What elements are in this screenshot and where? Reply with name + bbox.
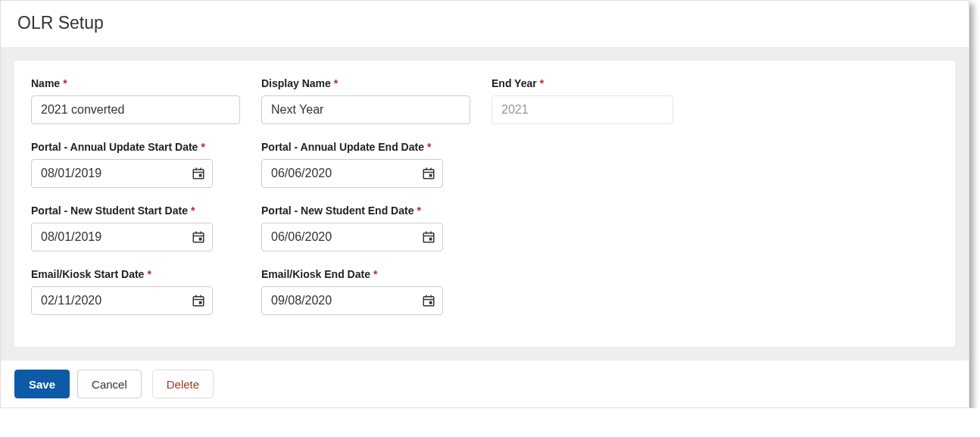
label-text: Portal - Annual Update End Date (261, 141, 424, 153)
olr-setup-window: OLR Setup Name* Display Name* (0, 0, 969, 408)
portal-annual-end-label: Portal - Annual Update End Date* (261, 141, 470, 153)
required-asterisk: * (191, 204, 195, 217)
required-asterisk: * (417, 204, 420, 217)
label-text: Portal - Annual Update Start Date (31, 141, 198, 153)
portal-annual-start-label: Portal - Annual Update Start Date* (31, 141, 240, 153)
form-panel: Name* Display Name* End Year* (14, 61, 955, 347)
name-group: Name* (31, 77, 240, 124)
email-kiosk-end-input[interactable] (261, 286, 443, 315)
required-asterisk: * (540, 77, 544, 89)
portal-new-start-input[interactable] (31, 223, 213, 251)
required-asterisk: * (373, 268, 377, 280)
email-kiosk-start-label: Email/Kiosk Start Date* (31, 268, 240, 280)
display-name-group: Display Name* (261, 77, 470, 124)
portal-new-start-group: Portal - New Student Start Date* (31, 204, 240, 251)
date-input-wrap (261, 159, 443, 188)
required-asterisk: * (201, 141, 204, 153)
label-text: Portal - New Student Start Date (31, 204, 188, 217)
page-header: OLR Setup (1, 1, 969, 47)
end-year-group: End Year* (492, 77, 673, 124)
form-row: Portal - Annual Update Start Date* Porta… (31, 141, 938, 188)
label-text: Email/Kiosk End Date (261, 268, 370, 280)
label-text: Portal - New Student End Date (261, 204, 414, 217)
required-asterisk: * (334, 77, 338, 89)
end-year-input (492, 95, 673, 124)
page-title: OLR Setup (17, 13, 952, 33)
footer-bar: Save Cancel Delete (1, 361, 969, 407)
required-asterisk: * (427, 141, 431, 153)
portal-new-start-label: Portal - New Student Start Date* (31, 204, 240, 217)
portal-new-end-input[interactable] (261, 223, 443, 251)
name-label: Name* (31, 77, 240, 89)
label-text: Email/Kiosk Start Date (31, 268, 144, 280)
display-name-input[interactable] (261, 95, 470, 124)
portal-annual-start-group: Portal - Annual Update Start Date* (31, 141, 240, 188)
portal-annual-start-input[interactable] (31, 159, 213, 188)
portal-new-end-label: Portal - New Student End Date* (261, 204, 470, 217)
form-row: Portal - New Student Start Date* Portal … (31, 204, 938, 251)
portal-annual-end-input[interactable] (261, 159, 443, 188)
end-year-label: End Year* (492, 77, 673, 89)
portal-annual-end-group: Portal - Annual Update End Date* (261, 141, 470, 188)
delete-button[interactable]: Delete (152, 370, 214, 398)
content-area: Name* Display Name* End Year* (1, 47, 969, 361)
date-input-wrap (31, 223, 213, 251)
name-input[interactable] (31, 95, 240, 124)
cancel-button[interactable]: Cancel (77, 370, 142, 398)
email-kiosk-start-group: Email/Kiosk Start Date* (31, 268, 240, 315)
save-button[interactable]: Save (14, 370, 70, 398)
label-text: Display Name (261, 77, 331, 89)
label-text: Name (31, 77, 60, 89)
label-text: End Year (492, 77, 537, 89)
date-input-wrap (261, 223, 443, 251)
form-row: Email/Kiosk Start Date* Email/Kiosk End … (31, 268, 938, 315)
required-asterisk: * (63, 77, 67, 89)
date-input-wrap (31, 159, 213, 188)
form-row: Name* Display Name* End Year* (31, 77, 938, 124)
date-input-wrap (31, 286, 213, 315)
display-name-label: Display Name* (261, 77, 470, 89)
email-kiosk-end-label: Email/Kiosk End Date* (261, 268, 470, 280)
date-input-wrap (261, 286, 443, 315)
email-kiosk-end-group: Email/Kiosk End Date* (261, 268, 470, 315)
required-asterisk: * (147, 268, 151, 280)
email-kiosk-start-input[interactable] (31, 286, 213, 315)
portal-new-end-group: Portal - New Student End Date* (261, 204, 470, 251)
